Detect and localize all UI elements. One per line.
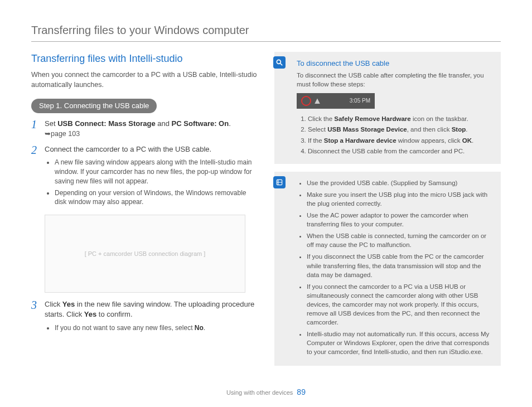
numbered-item-2: 2 Connect the camcorder to a PC with the… bbox=[31, 144, 258, 209]
list-item: If you disconnect the USB cable from the… bbox=[307, 252, 493, 279]
bold-text: OK bbox=[462, 137, 472, 144]
text-fragment: to confirm. bbox=[96, 310, 132, 318]
list-item: If you do not want to save any new files… bbox=[55, 323, 258, 333]
list-item: Depending on your version of Windows, th… bbox=[55, 188, 258, 207]
bold-text: Yes bbox=[84, 310, 96, 318]
notes-info-box: Use the provided USB cable. (Supplied by… bbox=[274, 172, 501, 366]
text-fragment: icon on the taskbar. bbox=[411, 115, 468, 122]
remove-hardware-icon bbox=[301, 96, 311, 106]
page-title: Transferring files to your Windows compu… bbox=[31, 22, 501, 42]
text-fragment: in the new file saving window. The uploa… bbox=[45, 300, 254, 318]
text-fragment: Set bbox=[45, 119, 57, 128]
section-heading: Transferring files with Intelli-studio bbox=[31, 52, 258, 66]
item-number: 3 bbox=[31, 299, 39, 335]
disconnect-info-box: To disconnect the USB cable To disconnec… bbox=[274, 52, 501, 164]
list-item: When the USB cable is connected, turning… bbox=[307, 231, 493, 249]
text-fragment: . bbox=[472, 137, 473, 144]
clock-time: 3:05 PM bbox=[350, 97, 370, 105]
bold-text: Stop bbox=[452, 126, 466, 133]
taskbar-illustration: 3:05 PM bbox=[297, 93, 375, 109]
text-fragment: . bbox=[466, 126, 467, 133]
right-column: To disconnect the USB cable To disconnec… bbox=[274, 52, 501, 374]
list-item: A new file saving window appears along w… bbox=[55, 158, 258, 186]
text-fragment: and bbox=[156, 119, 172, 128]
bold-text: USB Connect: Mass Storage bbox=[57, 119, 156, 128]
text-fragment: , and then click bbox=[407, 126, 452, 133]
magnifier-icon bbox=[273, 56, 286, 69]
list-item: Intelli-studio may not automatically run… bbox=[307, 330, 493, 356]
list-item: Disconnect the USB cable from the camcor… bbox=[308, 147, 493, 156]
svg-line-1 bbox=[280, 64, 283, 66]
page-footer: Using with other devices 89 bbox=[0, 387, 532, 398]
list-item: Make sure you insert the USB plug into t… bbox=[307, 190, 493, 208]
box-title: To disconnect the USB cable bbox=[297, 59, 493, 69]
text-fragment: If the bbox=[308, 137, 324, 144]
bold-text: Yes bbox=[62, 300, 75, 308]
numbered-item-3: 3 Click Yes in the new file saving windo… bbox=[31, 299, 258, 335]
text-fragment: Click bbox=[45, 300, 62, 308]
text-fragment: Disconnect the USB cable from the camcor… bbox=[308, 148, 465, 154]
list-item: If you connect the camcorder to a PC via… bbox=[307, 282, 493, 327]
item-number: 1 bbox=[31, 119, 39, 139]
text-fragment: . bbox=[204, 324, 205, 332]
list-item: Select USB Mass Storage Device, and then… bbox=[308, 125, 493, 134]
left-column: Transferring files with Intelli-studio W… bbox=[31, 52, 258, 374]
bold-text: No bbox=[195, 324, 204, 332]
numbered-item-1: 1 Set USB Connect: Mass Storage and PC S… bbox=[31, 119, 258, 139]
text-fragment: If you do not want to save any new files… bbox=[55, 324, 195, 332]
tray-icon bbox=[315, 98, 320, 104]
list-item: Use the provided USB cable. (Supplied by… bbox=[307, 178, 493, 187]
item-number: 2 bbox=[31, 144, 39, 209]
box-intro: To disconnect the USB cable after comple… bbox=[297, 71, 493, 89]
text-fragment: Select bbox=[308, 126, 327, 133]
page-reference: ➥page 103 bbox=[45, 129, 258, 139]
page-number: 89 bbox=[297, 387, 306, 396]
text-fragment: Click the bbox=[308, 115, 334, 122]
bold-text: Safely Remove Hardware bbox=[334, 115, 410, 122]
step-label: Step 1. Connecting the USB cable bbox=[31, 99, 157, 113]
list-item: If the Stop a Hardware device window app… bbox=[308, 136, 493, 145]
text-fragment: . bbox=[229, 119, 231, 128]
note-icon bbox=[273, 176, 286, 188]
text-fragment: window appears, click bbox=[396, 137, 462, 144]
connection-diagram: [ PC + camcorder USB connection diagram … bbox=[45, 215, 245, 293]
item-text: Connect the camcorder to a PC with the U… bbox=[45, 145, 211, 153]
list-item: Click the Safely Remove Hardware icon on… bbox=[308, 114, 493, 123]
bold-text: PC Software: On bbox=[172, 119, 229, 128]
bold-text: USB Mass Storage Device bbox=[327, 126, 407, 133]
list-item: Use the AC power adaptor to power the ca… bbox=[307, 211, 493, 229]
footer-section: Using with other devices bbox=[226, 389, 293, 396]
svg-point-0 bbox=[277, 60, 280, 64]
bold-text: Stop a Hardware device bbox=[324, 137, 396, 144]
intro-text: When you connect the camcorder to a PC w… bbox=[31, 70, 258, 90]
